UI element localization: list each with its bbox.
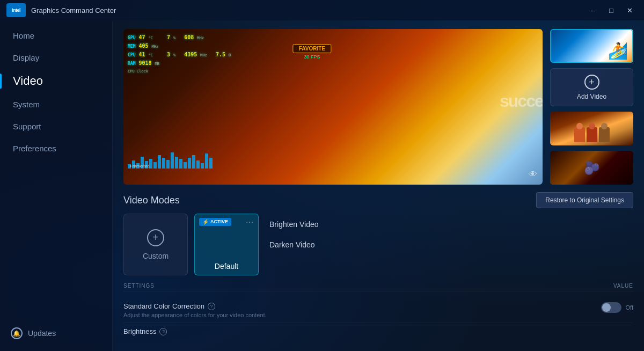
thumbnail-surfer[interactable]: 🏄 — [550, 29, 633, 63]
brightness-title: Brightness ? — [123, 327, 167, 335]
setting-row-color-correction: Standard Color Correction ? Adjust the a… — [123, 298, 633, 323]
sidebar: Home Display Video System Support Prefer… — [0, 20, 113, 351]
bell-icon: 🔔 — [11, 327, 23, 339]
video-preview[interactable]: GPU 47 °C 7 % 608 MHz MEM 405 — [123, 29, 543, 185]
darken-video-option[interactable]: Darken Video — [265, 238, 323, 251]
minimize-button[interactable]: – — [585, 4, 601, 16]
top-row: GPU 47 °C 7 % 608 MHz MEM 405 — [123, 29, 633, 185]
active-card-header: ⚡ ACTIVE ··· — [195, 214, 258, 226]
gpu-unit: °C — [149, 35, 153, 41]
settings-section: Settings Value Standard Color Correction… — [123, 283, 633, 335]
add-video-button[interactable]: + Add Video — [550, 68, 633, 106]
sidebar-item-preferences[interactable]: Preferences — [0, 137, 112, 159]
content-area: GPU 47 °C 7 % 608 MHz MEM 405 — [113, 20, 644, 351]
framerate-label: Framerate — [130, 164, 150, 169]
sidebar-spacer — [0, 159, 112, 320]
video-modes-header: Video Modes Restore to Original Settings — [123, 192, 633, 208]
mode-cards: + Custom ⚡ ACTIVE ··· — [123, 214, 633, 275]
mem-label: MEM — [128, 43, 135, 50]
updates-label: Updates — [28, 329, 56, 338]
custom-label: Custom — [143, 252, 169, 260]
add-video-label: Add Video — [577, 93, 606, 100]
value-label: Value — [613, 283, 633, 289]
thumbnail-market[interactable]: 🫐 — [550, 151, 633, 185]
close-button[interactable]: ✕ — [621, 4, 638, 16]
sidebar-item-support[interactable]: Support — [0, 115, 112, 137]
active-thumb-border — [550, 29, 633, 63]
mode-options-icon[interactable]: ··· — [246, 217, 254, 226]
setting-row-brightness: Brightness ? — [123, 323, 633, 335]
fps-badge-area: FAVORITE 30 FPS — [293, 44, 331, 60]
fps-badge: FAVORITE — [293, 44, 331, 53]
title-bar: intel Graphics Command Center – □ ✕ — [0, 0, 644, 20]
settings-header: Settings Value — [123, 283, 633, 291]
video-background: GPU 47 °C 7 % 608 MHz MEM 405 — [123, 29, 543, 185]
app-window: intel Graphics Command Center – □ ✕ Home… — [0, 0, 644, 351]
color-correction-toggle[interactable] — [601, 302, 621, 313]
mode-options-list: Brighten Video Darken Video — [265, 214, 323, 255]
add-video-plus-icon: + — [584, 75, 599, 90]
video-modes-section: Video Modes Restore to Original Settings… — [123, 192, 633, 275]
fps-value: 30 FPS — [304, 54, 320, 60]
hud-overlay: GPU 47 °C 7 % 608 MHz MEM 405 — [128, 33, 231, 75]
mode-card-default[interactable]: ⚡ ACTIVE ··· Default — [194, 214, 259, 275]
setting-info-color: Standard Color Correction ? Adjust the a… — [123, 302, 267, 318]
main-layout: Home Display Video System Support Prefer… — [0, 20, 644, 351]
active-badge: ⚡ ACTIVE — [199, 218, 231, 226]
eye-icon[interactable]: 👁 — [529, 170, 537, 179]
window-controls: – □ ✕ — [585, 4, 638, 16]
settings-label: Settings — [123, 283, 155, 289]
custom-plus-icon: + — [147, 229, 164, 246]
brightness-help-icon[interactable]: ? — [159, 328, 167, 335]
intel-logo-icon: intel — [6, 3, 26, 17]
thumbnail-people[interactable] — [550, 112, 633, 145]
sidebar-item-display[interactable]: Display — [0, 47, 112, 69]
maximize-button[interactable]: □ — [603, 4, 619, 16]
gpu-label: GPU — [128, 35, 135, 42]
restore-original-button[interactable]: Restore to Original Settings — [536, 192, 633, 208]
ram-label: RAM — [128, 61, 135, 68]
setting-title-color: Standard Color Correction ? — [123, 302, 267, 310]
app-title: Graphics Command Center — [31, 6, 116, 14]
color-correction-toggle-label: Off — [626, 304, 633, 311]
cpu-label: CPU — [128, 52, 135, 59]
title-bar-logo: intel Graphics Command Center — [6, 3, 116, 17]
updates-item[interactable]: 🔔 Updates — [0, 320, 112, 347]
default-card-label: Default — [215, 262, 238, 275]
mode-card-custom[interactable]: + Custom — [123, 214, 188, 275]
market-icon: 🫐 — [550, 151, 633, 185]
brighten-video-option[interactable]: Brighten Video — [265, 218, 323, 231]
thumbnails-panel: 🏄 + Add Video — [550, 29, 633, 185]
gpu-val: 47 — [138, 33, 145, 42]
sidebar-item-video[interactable]: Video — [0, 69, 112, 93]
color-correction-desc: Adjust the appearance of colors for your… — [123, 312, 267, 318]
col2a-val: 7 — [167, 33, 170, 42]
sidebar-item-system[interactable]: System — [0, 93, 112, 115]
success-text: succe — [500, 91, 543, 111]
color-correction-control: Off — [590, 302, 633, 313]
color-correction-help-icon[interactable]: ? — [208, 303, 215, 310]
people-icons — [574, 127, 610, 142]
video-modes-title: Video Modes — [123, 195, 180, 206]
sidebar-item-home[interactable]: Home — [0, 25, 112, 47]
